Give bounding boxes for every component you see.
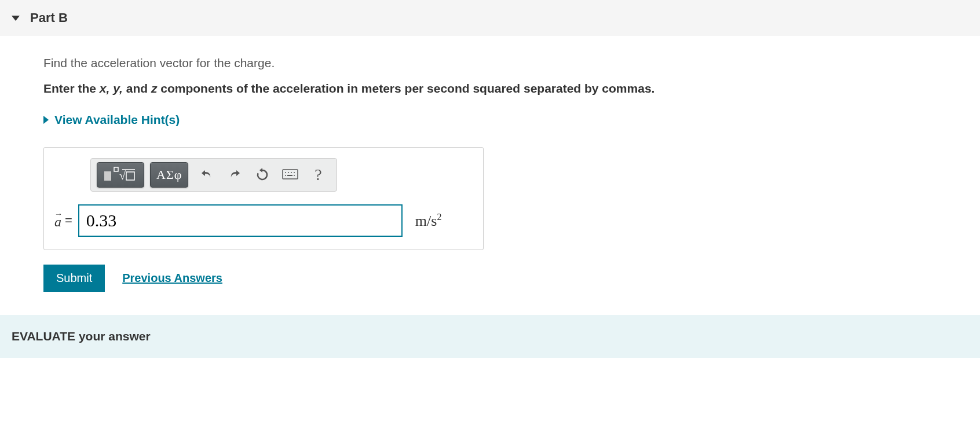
instruction-text: Enter the x, y, and z components of the … [43, 82, 937, 96]
instruction-prefix: Enter the [43, 82, 100, 95]
unit-exponent: 2 [437, 212, 441, 222]
part-header[interactable]: Part B [0, 0, 980, 36]
svg-rect-0 [104, 171, 111, 181]
content-area: Find the acceleration vector for the cha… [0, 36, 980, 292]
toolbar-wrap: √ ΑΣφ [44, 148, 483, 199]
caret-right-icon [43, 116, 49, 124]
equation-toolbar: √ ΑΣφ [90, 158, 337, 192]
reset-button[interactable] [250, 162, 275, 188]
hints-label: View Available Hint(s) [54, 113, 180, 127]
redo-icon [228, 168, 242, 182]
greek-label: ΑΣφ [156, 167, 182, 182]
svg-rect-5 [283, 170, 298, 179]
part-title: Part B [30, 10, 68, 25]
unit-prefix: m/s [415, 212, 437, 229]
caret-down-icon [12, 16, 20, 21]
keyboard-icon [282, 169, 298, 181]
instruction-suffix: components of the acceleration in meters… [157, 82, 654, 95]
svg-rect-4 [126, 172, 134, 180]
previous-answers-link[interactable]: Previous Answers [122, 272, 222, 285]
svg-point-7 [288, 172, 289, 173]
help-icon: ? [315, 166, 321, 184]
svg-text:√: √ [119, 169, 126, 182]
instruction-z: z [151, 82, 158, 95]
answer-box: √ ΑΣφ [43, 147, 484, 250]
template-tools-button[interactable]: √ [97, 162, 144, 188]
question-text: Find the acceleration vector for the cha… [43, 56, 937, 70]
vector-arrow-icon: → [54, 210, 63, 219]
reset-icon [255, 168, 269, 182]
input-row: → a = m/s2 [44, 199, 483, 250]
undo-icon [200, 168, 214, 182]
undo-button[interactable] [194, 162, 220, 188]
svg-point-8 [291, 172, 292, 173]
evaluate-label: EVALUATE your answer [12, 329, 151, 343]
svg-rect-12 [287, 175, 292, 176]
svg-point-6 [285, 172, 286, 173]
svg-point-11 [294, 175, 295, 176]
keyboard-button[interactable] [277, 162, 303, 188]
svg-point-9 [294, 172, 295, 173]
submit-button[interactable]: Submit [43, 265, 105, 292]
math-template-icon: √ [103, 167, 138, 183]
redo-button[interactable] [222, 162, 247, 188]
svg-rect-1 [114, 167, 118, 171]
svg-point-10 [285, 175, 286, 176]
unit-label: m/s2 [403, 212, 442, 230]
instruction-and: and [126, 82, 151, 95]
instruction-vars: x, y, [100, 82, 126, 95]
greek-letters-button[interactable]: ΑΣφ [150, 162, 188, 188]
answer-input[interactable] [78, 204, 403, 237]
evaluate-section: EVALUATE your answer [0, 315, 980, 358]
equals-sign: = [61, 213, 78, 228]
variable-label: → a [54, 212, 61, 230]
view-hints-toggle[interactable]: View Available Hint(s) [43, 113, 937, 127]
help-button[interactable]: ? [305, 162, 331, 188]
actions-row: Submit Previous Answers [43, 265, 937, 292]
